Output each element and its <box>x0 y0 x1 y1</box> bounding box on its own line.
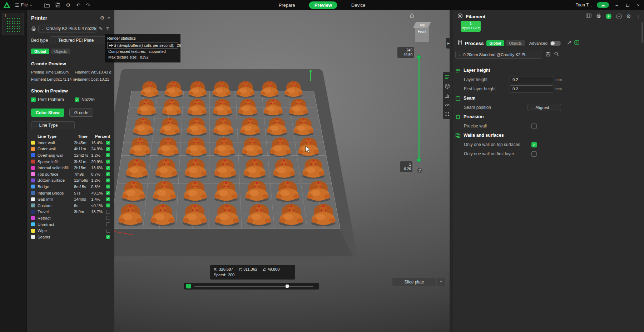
user-label[interactable]: Toon T... <box>576 2 592 7</box>
param-input-field[interactable]: 0.2 <box>510 85 553 92</box>
filament-number: 1 <box>461 21 481 26</box>
line-visibility-checkbox[interactable] <box>106 229 110 233</box>
slice-plate-button[interactable]: Slice plate <box>392 278 436 286</box>
param-checkbox[interactable] <box>531 151 537 157</box>
home-view-icon[interactable]: ⌂ <box>410 11 414 19</box>
cloud-sync-button[interactable]: ☁ <box>597 2 609 8</box>
line-visibility-checkbox[interactable]: ✓ <box>106 141 110 145</box>
line-visibility-checkbox[interactable]: ✓ <box>106 147 110 151</box>
tab-others[interactable] <box>445 111 450 117</box>
more-vertical-icon[interactable]: ⋮ <box>636 14 640 19</box>
line-visibility-checkbox[interactable]: ✓ <box>106 153 110 157</box>
view-cube[interactable]: Top Front <box>413 22 432 42</box>
color-show-button[interactable]: Color Show <box>31 109 64 117</box>
process-scope-objects[interactable]: Objects <box>506 40 525 46</box>
render-stat-label: FPS (SwapBuffers() calls per second): <box>109 43 174 47</box>
tab-support[interactable] <box>445 93 450 98</box>
filament-printer-icon[interactable] <box>596 13 601 20</box>
line-visibility-checkbox[interactable]: ✓ <box>106 203 110 207</box>
line-type-label: Outer wall <box>38 147 74 151</box>
printer-panel: Printer ⚙ « ⌄ Creality K2 Plus 0.4 nozzl… <box>27 10 114 332</box>
param-input-field[interactable]: 0.2 <box>510 76 553 83</box>
player-track[interactable] <box>194 286 313 287</box>
player-handle[interactable] <box>286 285 289 288</box>
panel-scrollbar[interactable] <box>641 22 643 43</box>
line-visibility-checkbox[interactable]: ✓ <box>106 166 110 170</box>
advanced-toggle[interactable] <box>550 41 561 46</box>
bed-type-select[interactable]: ⌄ Textured PEI Plate <box>50 36 110 44</box>
tab-device[interactable]: Device <box>346 1 371 9</box>
play-button[interactable] <box>186 284 191 288</box>
help-button[interactable]: ? <box>417 168 422 173</box>
collapse-right-panel-button[interactable]: ▶ <box>446 38 451 49</box>
close-button[interactable]: × <box>635 2 641 8</box>
open-folder-icon[interactable] <box>44 3 50 7</box>
wifi-icon[interactable] <box>105 26 110 31</box>
settings-gear-icon[interactable]: ⚙ <box>66 2 71 8</box>
line-visibility-checkbox[interactable]: ✓ <box>106 235 110 239</box>
layer-slider-track[interactable] <box>418 57 420 160</box>
process-preset-select[interactable]: ⌄ 0.20mm Standard @Creality K2 Pl... <box>455 51 542 59</box>
param-select[interactable]: ⌄Aligned <box>527 104 561 111</box>
undo-icon[interactable]: ↶ <box>76 2 80 8</box>
plate-thumbnail[interactable]: 1 <box>3 13 24 35</box>
tab-strength[interactable] <box>445 84 450 89</box>
line-visibility-checkbox[interactable]: ✓ <box>106 197 110 201</box>
preview-option-nozzle[interactable]: ✓Nozzle <box>75 97 110 102</box>
file-menu[interactable]: ☰ File ⌄ <box>15 2 33 8</box>
line-type-time: 11m56s <box>74 178 91 182</box>
process-scope-global[interactable]: Global <box>486 40 505 46</box>
checkbox[interactable]: ✓ <box>31 97 36 102</box>
printer-scope-global[interactable]: Global <box>31 49 49 54</box>
tab-prepare[interactable]: Prepare <box>273 1 300 9</box>
line-color-swatch <box>31 141 35 145</box>
maximize-button[interactable] <box>625 2 630 8</box>
line-type-time: 2h18m <box>74 166 91 170</box>
line-visibility-checkbox[interactable]: ✓ <box>106 178 110 182</box>
settings-panel: Filament + − ⚙ ⋮ 1 Hyper PLA ▾ Process G… <box>452 10 644 332</box>
line-visibility-checkbox[interactable]: ✓ <box>106 172 110 176</box>
view-cube-front-face[interactable]: Front <box>415 28 429 42</box>
edit-printer-icon[interactable]: ✎ <box>99 26 103 31</box>
g-code-button[interactable]: G-code <box>69 109 93 117</box>
param-checkbox[interactable]: ✓ <box>531 142 537 147</box>
add-filament-icon[interactable]: + <box>606 14 611 19</box>
remove-filament-icon[interactable]: − <box>616 14 622 19</box>
printer-scope-objects[interactable]: Objects <box>51 49 70 54</box>
save-icon[interactable] <box>55 2 60 7</box>
line-type-table: Line TypeTimePercent Inner wall2h45m16.4… <box>31 133 110 240</box>
tune-wand-icon[interactable] <box>567 40 572 46</box>
printer-preset-select[interactable]: ⌄ Creality K2 Plus 0.4 nozzle <box>38 25 96 32</box>
printer-settings-gear-icon[interactable]: ⚙ <box>100 15 105 21</box>
layer-slider-top-handle[interactable] <box>417 55 421 59</box>
hamburger-menu-icon[interactable]: ☰ <box>15 2 19 8</box>
slice-options-expander[interactable]: ^ <box>437 278 445 286</box>
checkbox[interactable]: ✓ <box>75 97 79 102</box>
search-settings-icon[interactable] <box>554 51 559 58</box>
line-visibility-checkbox[interactable] <box>106 216 110 220</box>
layer-slider-bottom-handle[interactable] <box>417 158 421 162</box>
line-visibility-checkbox[interactable]: ✓ <box>106 191 110 195</box>
line-visibility-checkbox[interactable] <box>106 222 110 226</box>
line-color-swatch <box>31 185 35 188</box>
save-preset-icon[interactable] <box>545 51 551 58</box>
line-type-select[interactable]: ⌄ Line Type <box>31 121 75 129</box>
redo-icon[interactable]: ↷ <box>86 2 90 8</box>
ams-icon[interactable] <box>586 13 591 20</box>
tab-speed[interactable] <box>445 102 450 107</box>
parameter-table-icon[interactable] <box>574 40 579 46</box>
tab-preview[interactable]: Preview <box>309 1 337 9</box>
view-cube-top-face[interactable]: Top <box>413 22 431 28</box>
line-visibility-checkbox[interactable] <box>106 210 110 214</box>
line-visibility-checkbox[interactable]: ✓ <box>106 185 110 188</box>
filament-settings-gear-icon[interactable]: ⚙ <box>626 13 631 20</box>
tab-quality[interactable] <box>445 74 450 80</box>
line-visibility-checkbox[interactable]: ✓ <box>106 160 110 164</box>
preview-option-print-platform[interactable]: ✓Print Platform <box>31 97 75 102</box>
line-type-percent: 20.9% <box>91 160 106 164</box>
line-type-row: Retract <box>31 215 110 221</box>
param-checkbox[interactable] <box>531 124 537 129</box>
collapse-panel-icon[interactable]: « <box>107 15 110 21</box>
minimize-button[interactable]: – <box>614 2 620 8</box>
filament-chip[interactable]: 1 Hyper PLA ▾ <box>461 21 481 32</box>
